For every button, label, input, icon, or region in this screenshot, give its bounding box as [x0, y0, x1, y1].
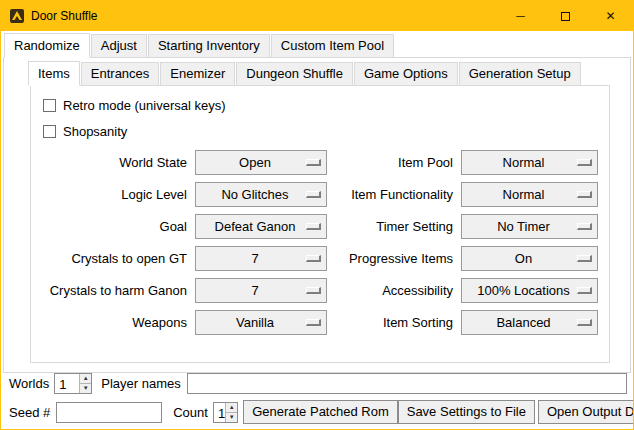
items-pane: Retro mode (universal keys) Shopsanity W… — [30, 85, 610, 363]
timer-setting-value: No Timer — [497, 219, 562, 234]
app-window: Door Shuffle ─ ✕ Randomize Adjust Starti… — [0, 0, 634, 430]
dropdown-indicator-icon — [306, 159, 321, 166]
tab-game-options[interactable]: Game Options — [354, 62, 458, 86]
worlds-spin-down-icon[interactable]: ▼ — [80, 383, 91, 393]
count-spinner[interactable]: 1 ▲ ▼ — [213, 402, 238, 423]
app-icon — [9, 8, 25, 24]
item-pool-label: Item Pool — [333, 155, 455, 170]
count-label: Count — [173, 405, 208, 420]
open-output-directory-button[interactable]: Open Output Directory — [538, 400, 634, 424]
timer-setting-dropdown[interactable]: No Timer — [461, 214, 598, 239]
tab-entrances[interactable]: Entrances — [81, 62, 160, 86]
generate-patched-rom-button[interactable]: Generate Patched Rom — [243, 400, 398, 424]
crystals-open-gt-value: 7 — [251, 251, 270, 266]
item-functionality-label: Item Functionality — [333, 187, 455, 202]
goal-dropdown[interactable]: Defeat Ganon — [195, 214, 327, 239]
dropdown-indicator-icon — [577, 287, 592, 294]
world-state-value: Open — [239, 155, 283, 170]
tab-generation-setup[interactable]: Generation Setup — [459, 62, 581, 86]
dropdown-indicator-icon — [306, 191, 321, 198]
logic-level-dropdown[interactable]: No Glitches — [195, 182, 327, 207]
logic-level-label: Logic Level — [41, 187, 189, 202]
count-value: 1 — [214, 403, 225, 422]
crystals-open-gt-dropdown[interactable]: 7 — [195, 246, 327, 271]
window-title: Door Shuffle — [31, 9, 98, 23]
accessibility-value: 100% Locations — [477, 283, 582, 298]
crystals-harm-ganon-value: 7 — [251, 283, 270, 298]
timer-setting-label: Timer Setting — [333, 219, 455, 234]
randomize-pane: Items Entrances Enemizer Dungeon Shuffle… — [3, 57, 631, 373]
bottom-bar: Worlds 1 ▲ ▼ Player names Seed # Count 1 — [1, 369, 633, 429]
crystals-open-gt-label: Crystals to open GT — [41, 251, 189, 266]
accessibility-label: Accessibility — [333, 283, 455, 298]
worlds-spin-up-icon[interactable]: ▲ — [80, 374, 91, 383]
worlds-spinner[interactable]: 1 ▲ ▼ — [54, 373, 92, 394]
titlebar[interactable]: Door Shuffle ─ ✕ — [1, 1, 633, 31]
weapons-dropdown[interactable]: Vanilla — [195, 310, 327, 335]
item-sorting-label: Item Sorting — [333, 315, 455, 330]
tab-adjust[interactable]: Adjust — [91, 34, 147, 58]
weapons-label: Weapons — [41, 315, 189, 330]
shopsanity-label: Shopsanity — [63, 124, 127, 139]
goal-value: Defeat Ganon — [215, 219, 308, 234]
shopsanity-row[interactable]: Shopsanity — [43, 124, 609, 139]
seed-input[interactable] — [56, 402, 162, 423]
close-button[interactable]: ✕ — [588, 1, 633, 31]
dropdown-indicator-icon — [577, 255, 592, 262]
options-grid: World State Open Item Pool Normal Logic … — [41, 150, 609, 335]
dropdown-indicator-icon — [577, 223, 592, 230]
close-icon: ✕ — [605, 9, 615, 23]
minimize-icon: ─ — [516, 9, 525, 23]
item-functionality-dropdown[interactable]: Normal — [461, 182, 598, 207]
tab-dungeon-shuffle[interactable]: Dungeon Shuffle — [236, 62, 353, 86]
shopsanity-checkbox[interactable] — [43, 125, 56, 138]
player-names-label: Player names — [101, 376, 180, 391]
minimize-button[interactable]: ─ — [498, 1, 543, 31]
goal-label: Goal — [41, 219, 189, 234]
sub-tab-bar: Items Entrances Enemizer Dungeon Shuffle… — [4, 58, 630, 86]
item-functionality-value: Normal — [503, 187, 557, 202]
dropdown-indicator-icon — [306, 223, 321, 230]
player-names-input[interactable] — [187, 373, 627, 394]
retro-mode-row[interactable]: Retro mode (universal keys) — [43, 98, 609, 113]
dropdown-indicator-icon — [577, 159, 592, 166]
weapons-value: Vanilla — [236, 315, 286, 330]
count-spin-up-icon[interactable]: ▲ — [226, 403, 237, 412]
dropdown-indicator-icon — [577, 319, 592, 326]
accessibility-dropdown[interactable]: 100% Locations — [461, 278, 598, 303]
logic-level-value: No Glitches — [221, 187, 300, 202]
progressive-items-dropdown[interactable]: On — [461, 246, 598, 271]
tab-items[interactable]: Items — [28, 61, 80, 86]
worlds-label: Worlds — [9, 376, 49, 391]
retro-mode-checkbox[interactable] — [43, 99, 56, 112]
crystals-harm-ganon-label: Crystals to harm Ganon — [41, 283, 189, 298]
tab-custom-item-pool[interactable]: Custom Item Pool — [271, 34, 394, 58]
worlds-value: 1 — [55, 374, 79, 393]
item-pool-value: Normal — [503, 155, 557, 170]
world-state-label: World State — [41, 155, 189, 170]
seed-label: Seed # — [9, 405, 50, 420]
tab-randomize[interactable]: Randomize — [4, 33, 90, 58]
tab-starting-inventory[interactable]: Starting Inventory — [148, 34, 270, 58]
tab-enemizer[interactable]: Enemizer — [160, 62, 235, 86]
world-state-dropdown[interactable]: Open — [195, 150, 327, 175]
titlebar-buttons: ─ ✕ — [498, 1, 633, 31]
main-tab-bar: Randomize Adjust Starting Inventory Cust… — [1, 31, 633, 58]
item-pool-dropdown[interactable]: Normal — [461, 150, 598, 175]
maximize-button[interactable] — [543, 1, 588, 31]
retro-mode-label: Retro mode (universal keys) — [63, 98, 226, 113]
progressive-items-label: Progressive Items — [333, 251, 455, 266]
window-content: Randomize Adjust Starting Inventory Cust… — [1, 31, 633, 429]
dropdown-indicator-icon — [306, 319, 321, 326]
count-spin-down-icon[interactable]: ▼ — [226, 412, 237, 422]
crystals-harm-ganon-dropdown[interactable]: 7 — [195, 278, 327, 303]
progressive-items-value: On — [515, 251, 544, 266]
maximize-icon — [561, 12, 570, 21]
dropdown-indicator-icon — [306, 255, 321, 262]
save-settings-button[interactable]: Save Settings to File — [398, 400, 535, 424]
item-sorting-dropdown[interactable]: Balanced — [461, 310, 598, 335]
dropdown-indicator-icon — [306, 287, 321, 294]
dropdown-indicator-icon — [577, 191, 592, 198]
item-sorting-value: Balanced — [496, 315, 562, 330]
seed-row: Seed # Count 1 ▲ ▼ Generate Patched Rom … — [9, 400, 627, 424]
